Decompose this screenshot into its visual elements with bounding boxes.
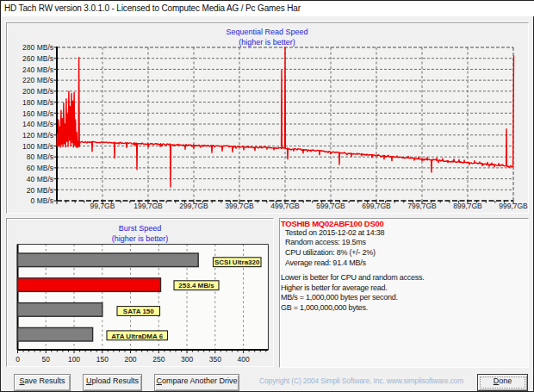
svg-text:260 MB/s: 260 MB/s [22,54,53,63]
svg-text:799,7GB: 799,7GB [407,202,437,210]
svg-text:240 MB/s: 240 MB/s [22,65,53,74]
svg-text:150: 150 [96,355,109,364]
svg-text:SATA 150: SATA 150 [123,308,154,315]
svg-text:100: 100 [68,355,80,364]
svg-text:200: 200 [124,355,136,364]
svg-text:199,7GB: 199,7GB [134,202,163,210]
svg-text:100 MB/s: 100 MB/s [22,142,53,151]
svg-text:699,7GB: 699,7GB [362,202,391,210]
svg-text:(higher is better): (higher is better) [112,234,169,243]
svg-text:999,7GB: 999,7GB [499,202,528,210]
svg-text:140 MB/s: 140 MB/s [22,120,53,128]
svg-text:50: 50 [42,355,51,364]
svg-text:899,7GB: 899,7GB [453,202,482,210]
svg-text:300: 300 [181,355,193,364]
svg-text:250: 250 [152,355,165,364]
svg-text:180 MB/s: 180 MB/s [22,98,53,107]
svg-text:80 MB/s: 80 MB/s [27,152,53,161]
svg-text:400: 400 [238,355,250,364]
svg-text:(higher is better): (higher is better) [239,38,295,47]
svg-text:99,7GB: 99,7GB [90,202,115,210]
svg-text:280 MB/s: 280 MB/s [22,43,53,52]
svg-text:20 MB/s: 20 MB/s [27,186,53,195]
svg-text:599,7GB: 599,7GB [316,202,345,210]
svg-text:299,7GB: 299,7GB [179,202,208,210]
svg-text:0: 0 [16,355,20,364]
svg-text:499,7GB: 499,7GB [270,202,300,210]
svg-text:350: 350 [209,355,221,364]
svg-text:SCSI Ultra320: SCSI Ultra320 [214,258,260,266]
svg-text:60 MB/s: 60 MB/s [27,164,53,172]
svg-text:Burst Speed: Burst Speed [119,224,162,233]
svg-text:253.4 MB/s: 253.4 MB/s [178,282,214,289]
svg-text:Sequential Read Speed: Sequential Read Speed [226,28,307,36]
svg-text:220 MB/s: 220 MB/s [22,76,53,84]
svg-text:40 MB/s: 40 MB/s [27,175,53,184]
svg-text:399,7GB: 399,7GB [225,202,254,210]
svg-text:ATA UltraDMA 6: ATA UltraDMA 6 [111,333,164,340]
svg-text:0 MB/s: 0 MB/s [31,196,53,205]
svg-text:200 MB/s: 200 MB/s [22,87,53,96]
svg-text:160 MB/s: 160 MB/s [22,109,53,118]
svg-text:120 MB/s: 120 MB/s [22,131,53,140]
